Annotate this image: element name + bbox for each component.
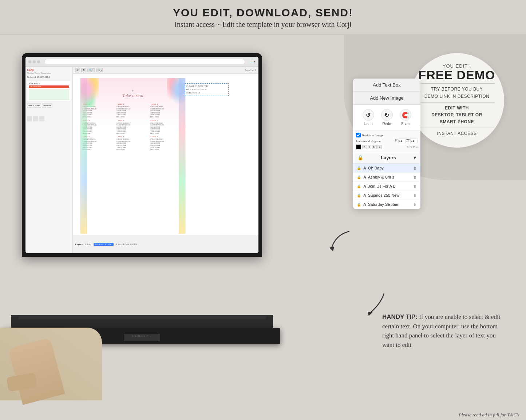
editor-main: ↺ ↻ 🔍+ 🔍- Page 1 of 1: [73, 67, 258, 253]
layer-name-saturday: Saturday SEptem: [368, 202, 413, 207]
icon-row: [27, 116, 71, 121]
fd-desktop: DESKTOP, TABLET OR: [431, 112, 482, 119]
editor-bottom-panel: Layers A Andy PLEASEJOIN US... A SATURDA…: [73, 235, 258, 253]
height-input[interactable]: [398, 139, 406, 143]
trash-icon-2[interactable]: 🗑: [413, 175, 417, 179]
style-text-label: Style Text: [407, 145, 418, 148]
italic-btn[interactable]: I: [368, 145, 371, 149]
layer-item-supinos[interactable]: 🔒 A Supinos 250 New 🗑: [353, 191, 420, 200]
selected-text-box[interactable]: PLEASE JOIN US FORON A BRIDAL BRUNIN HON…: [185, 83, 229, 96]
fd-divider-2: [419, 102, 495, 103]
undo-btn[interactable]: ↺: [75, 68, 80, 72]
layer-lock-icon-3: 🔒: [357, 184, 361, 188]
fp-text-format-row: Resize as Image Garamond Regular H 77 B …: [353, 131, 420, 152]
layer-item-oh-baby[interactable]: 🔒 A Oh Baby 🗑: [353, 164, 420, 173]
layer-item-join-us[interactable]: 🔒 A Join Us For A B 🗑: [353, 182, 420, 191]
layers-label-small: Layers: [75, 243, 83, 246]
laptop-screen-inner: 📑 ★ Corjl NoorayParty Templates Order Id…: [25, 57, 258, 253]
color-swatch[interactable]: [356, 144, 361, 149]
editor-area: Corjl NoorayParty Templates Order Id: 15…: [25, 67, 258, 253]
browser-dot-green: [37, 60, 40, 63]
resize-as-image-row: Resize as Image: [356, 133, 418, 137]
sc-table-6: TABLE 6 SAMANTHA JONES CARRIE BRADSHAW J…: [150, 119, 183, 135]
top-banner: YOU EDIT, DOWNLOAD, SEND! Instant access…: [0, 0, 526, 35]
hand-shape: [8, 337, 65, 405]
icon-placeholder-1: [27, 116, 32, 121]
align-btn[interactable]: ≡: [377, 145, 382, 149]
layer-type-a-1: A: [363, 166, 366, 170]
hand-decoration: [0, 328, 102, 400]
browser-extra-tabs: 📑 ★: [249, 60, 256, 63]
layer-item-ashley-chris[interactable]: 🔒 A Ashley & Chris 🗑: [353, 173, 420, 182]
fd-demo-link: DEMO LINK IN DESCRIPTION: [424, 93, 490, 100]
seating-chart: ✦ Take a seat TABLE 1 SAMANTHA JONES CAR…: [80, 78, 186, 234]
color-style-row: B I U ≡ Style Text: [356, 144, 418, 149]
andy-layer: A Andy: [85, 243, 92, 245]
banner-title: YOU EDIT, DOWNLOAD, SEND!: [0, 7, 526, 19]
trash-icon-4[interactable]: 🗑: [413, 193, 417, 197]
undo-icon[interactable]: ↺: [363, 109, 374, 121]
sc-table-7: TABLE 7 SAMANTHA JONES CARRIE BRADSHAW J…: [83, 135, 115, 151]
arrow-to-laptop: [328, 228, 357, 258]
bold-btn[interactable]: B: [362, 145, 367, 149]
layer-lock-icon-2: 🔒: [357, 175, 361, 179]
text-box-content: PLEASE JOIN US FORON A BRIDAL BRUNIN HON…: [186, 85, 227, 95]
page-indicator: Page 1 of 1: [245, 69, 256, 72]
chevron-down-icon: ▾: [414, 155, 416, 160]
layer-name-oh-baby: Oh Baby: [368, 166, 413, 170]
fd-divider-1: [419, 83, 495, 84]
fp-layers-header: 🔒 Layers ▾: [353, 152, 420, 164]
redo-btn[interactable]: ↻: [81, 68, 86, 72]
action-buttons-row: Send to Printer Download: [27, 103, 71, 108]
snap-icon[interactable]: 🧲: [400, 109, 411, 121]
trash-icon-1[interactable]: 🗑: [413, 166, 417, 170]
layer-lock-icon-5: 🔒: [357, 203, 361, 207]
preview-thumbnail: [29, 89, 69, 100]
lock-icon: 🔒: [357, 155, 363, 160]
layer-name-ashley-chris: Ashley & Chris: [368, 175, 413, 179]
snap-label: Snap: [401, 122, 410, 126]
fp-layers-section: 🔒 Layers ▾ 🔒 A Oh Baby 🗑 🔒 A Ashley & Ch…: [353, 152, 420, 209]
browser-chrome: 📑 ★: [25, 57, 258, 67]
editor-toolbar: ↺ ↻ 🔍+ 🔍- Page 1 of 1: [73, 67, 258, 74]
order-id: Order Id: 1509750194: [27, 76, 71, 79]
trash-icon-5[interactable]: 🗑: [413, 203, 417, 207]
keyboard-strip: [18, 316, 266, 319]
icon-placeholder-3: [39, 116, 44, 121]
layer-type-a-5: A: [363, 202, 366, 207]
free-demo-circle: YOU EDIT ! FREE DEMO TRY BEFORE YOU BUY …: [410, 53, 504, 148]
incomplete-badge: INCOMPLETE: [29, 85, 69, 88]
zoom-in-btn[interactable]: 🔍+: [87, 68, 95, 72]
fd-title: FREE DEMO: [418, 69, 495, 81]
zoom-out-btn[interactable]: 🔍-: [96, 68, 103, 72]
send-to-printer-btn[interactable]: Send to Printer: [27, 103, 41, 108]
seating-chart-inner: ✦ Take a seat TABLE 1 SAMANTHA JONES CAR…: [80, 78, 185, 234]
browser-url-bar[interactable]: [44, 59, 245, 65]
browser-dot-yellow: [33, 60, 36, 63]
resize-checkbox[interactable]: [356, 133, 361, 137]
laptop: 📑 ★ Corjl NoorayParty Templates Order Id…: [11, 53, 273, 351]
redo-icon[interactable]: ↻: [381, 109, 393, 121]
layer-item-saturday[interactable]: 🔒 A Saturday SEptem 🗑: [353, 200, 420, 209]
sc-table-2: TABLE 2 SAMANTHA JONES CARRIE BRADSHAW J…: [116, 103, 149, 118]
undo-item: ↺ Undo: [363, 109, 374, 126]
add-text-box-btn[interactable]: Add Text Box: [353, 79, 420, 92]
font-size-controls: H 77: [395, 139, 418, 143]
undo-label: Undo: [364, 122, 373, 126]
floral-right-strip: [179, 78, 185, 234]
svg-marker-1: [368, 312, 372, 316]
handy-tip: HANDY TIP: If you are unable to select &…: [382, 312, 506, 349]
sc-table-9: TABLE 9 SAMANTHA JONES CARRIE BRADSHAW J…: [150, 135, 183, 151]
font-controls: Garamond Regular H 77: [356, 139, 418, 143]
corjl-logo: Corjl: [27, 68, 71, 72]
redo-label: Redo: [383, 122, 391, 126]
layer-name-supinos: Supinos 250 New: [368, 193, 413, 197]
layer-type-a-3: A: [363, 184, 366, 188]
add-new-image-btn[interactable]: Add New Image: [353, 92, 420, 105]
width-input[interactable]: [410, 139, 418, 143]
saturday-layer: A SATURDAY AUGUS...: [116, 243, 139, 245]
trash-icon-3[interactable]: 🗑: [413, 184, 417, 188]
laptop-screen-outer: 📑 ★ Corjl NoorayParty Templates Order Id…: [22, 53, 262, 257]
download-btn[interactable]: Download: [42, 103, 52, 108]
underline-btn[interactable]: U: [372, 145, 377, 149]
